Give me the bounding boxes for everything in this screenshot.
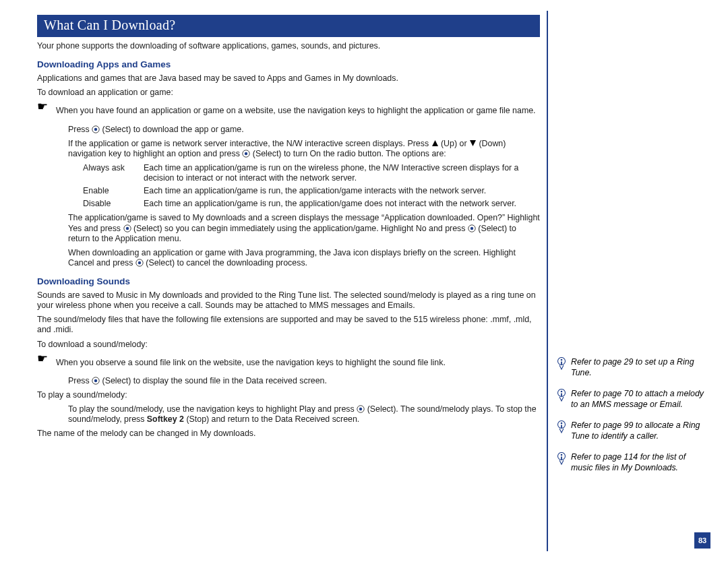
apps-sub-3: The application/game is saved to My down… [37, 213, 540, 243]
option-label: Always ask [83, 163, 144, 183]
select-key-icon [92, 125, 100, 133]
svg-point-17 [561, 359, 563, 361]
text-part: If the application or game is network se… [68, 139, 431, 148]
apps-paragraph-2: To download an application or game: [37, 88, 540, 98]
note-text: Refer to page 70 to attach a melody to a… [571, 389, 704, 410]
down-arrow-icon [469, 139, 477, 147]
svg-point-13 [94, 379, 97, 382]
svg-marker-3 [470, 140, 476, 146]
select-key-icon [123, 224, 131, 232]
text-part: Press [68, 125, 92, 134]
heading-apps: Downloading Apps and Games [37, 59, 540, 69]
sounds-sub-1: Press (Select) to display the sound file… [37, 376, 540, 386]
option-desc: Each time an application/game is run, th… [144, 199, 540, 209]
svg-rect-24 [561, 425, 562, 429]
note-icon [556, 389, 571, 405]
note-icon [556, 357, 571, 373]
sounds-paragraph-1: Sounds are saved to Music in My download… [37, 290, 540, 311]
svg-rect-27 [561, 457, 562, 460]
svg-point-5 [245, 152, 247, 155]
text-part: (Select) to turn On the radio button. Th… [253, 149, 446, 158]
select-key-icon [468, 224, 476, 232]
svg-point-7 [125, 226, 128, 229]
bullet-sounds-1: ☛ When you observe a sound file link on … [37, 354, 540, 372]
svg-rect-21 [561, 394, 562, 397]
note-text: Refer to page 114 for the list of music … [571, 452, 704, 473]
sidebar-note: Refer to page 99 to allocate a Ring Tune… [556, 420, 704, 441]
svg-point-15 [359, 408, 362, 410]
text-part: (Select) to display the sound file in th… [102, 376, 327, 385]
sidebar-notes: Refer to page 29 to set up a Ring Tune. … [556, 350, 704, 484]
apps-sub-1: Press (Select) to download the app or ga… [37, 125, 540, 135]
svg-point-26 [561, 454, 563, 456]
apps-sub-4: When downloading an application or game … [37, 248, 540, 268]
note-icon [556, 420, 571, 437]
sidebar-note: Refer to page 29 to set up a Ring Tune. [556, 357, 704, 378]
text-part: (Select) to cancel the downloading proce… [146, 258, 307, 268]
svg-point-1 [94, 127, 97, 130]
sounds-paragraph-5: The name of the melody can be changed in… [37, 429, 540, 439]
option-desc: Each time an application/game is run, th… [144, 186, 540, 196]
note-icon [556, 452, 571, 468]
text-part: (Up) or [441, 139, 469, 148]
svg-rect-18 [561, 362, 562, 365]
page-number: 83 [694, 532, 710, 549]
sounds-play-instructions: To play the sound/melody, use the naviga… [37, 404, 540, 425]
select-key-icon [357, 405, 365, 413]
bullet-text: When you observe a sound file link on th… [56, 358, 540, 368]
intro-text: Your phone supports the downloading of s… [37, 41, 540, 51]
softkey-label: Softkey 2 [147, 414, 184, 424]
sidebar-note: Refer to page 114 for the list of music … [556, 452, 704, 473]
sidebar-note: Refer to page 70 to attach a melody to a… [556, 389, 704, 410]
pointing-hand-icon: ☛ [37, 102, 56, 111]
apps-sub-2: If the application or game is network se… [37, 139, 540, 159]
option-row: Enable Each time an application/game is … [83, 186, 540, 196]
option-label: Disable [83, 199, 144, 209]
svg-point-11 [138, 261, 141, 264]
note-text: Refer to page 29 to set up a Ring Tune. [571, 357, 704, 378]
bullet-text: When you have found an application or ga… [56, 106, 540, 116]
apps-paragraph-1: Applications and games that are Java bas… [37, 73, 540, 84]
bullet-apps-1: ☛ When you have found an application or … [37, 102, 540, 120]
sounds-paragraph-2: The sound/melody files that have the fol… [37, 315, 540, 335]
svg-point-20 [561, 391, 563, 393]
heading-sounds: Downloading Sounds [37, 276, 540, 286]
option-desc: Each time an application/game is run on … [144, 163, 540, 183]
select-key-icon [92, 377, 100, 385]
page-title: What Can I Download? [37, 15, 540, 37]
text-part: (Select) so you can begin immediately us… [133, 224, 468, 233]
text-part: (Stop) and return to the Data Received s… [186, 414, 359, 424]
text-part: To play the sound/melody, use the naviga… [68, 404, 357, 414]
options-block: Always ask Each time an application/game… [37, 163, 540, 210]
option-label: Enable [83, 186, 144, 196]
text-part: Press [68, 376, 92, 385]
option-row: Always ask Each time an application/game… [83, 163, 540, 183]
page-container: What Can I Download? Your phone supports… [0, 0, 728, 562]
text-part: (Select) to download the app or game. [102, 125, 244, 134]
note-text: Refer to page 99 to allocate a Ring Tune… [571, 420, 704, 441]
svg-point-23 [561, 423, 563, 425]
option-row: Disable Each time an application/game is… [83, 199, 540, 209]
select-key-icon [242, 150, 250, 158]
svg-marker-2 [432, 140, 438, 146]
sounds-paragraph-4: To play a sound/melody: [37, 390, 540, 400]
vertical-rule [547, 11, 548, 551]
up-arrow-icon [431, 139, 439, 147]
main-column: What Can I Download? Your phone supports… [37, 15, 540, 439]
select-key-icon [135, 259, 144, 267]
svg-point-9 [471, 226, 473, 229]
pointing-hand-icon: ☛ [37, 354, 56, 363]
sounds-paragraph-3: To download a sound/melody: [37, 340, 540, 350]
